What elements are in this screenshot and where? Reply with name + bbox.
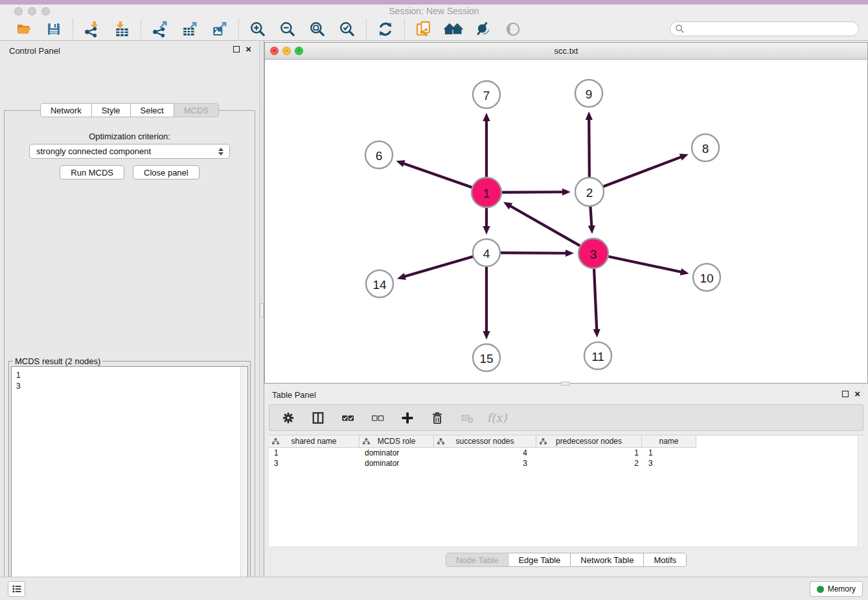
search-input[interactable] (670, 21, 859, 36)
table-row[interactable]: 1dominator411 (269, 448, 863, 458)
mcds-result-textarea[interactable]: 1 3 (11, 366, 248, 600)
graph-node-3[interactable]: 3 (578, 238, 608, 268)
refresh-button[interactable] (376, 19, 395, 39)
graph-edge-4-14[interactable] (404, 257, 474, 277)
graph-node-11[interactable]: 11 (584, 342, 611, 369)
clone-network-button[interactable] (414, 19, 433, 39)
network-window-titlebar[interactable]: × − + scc.txt (265, 43, 867, 60)
table-cell[interactable]: dominator (360, 458, 434, 468)
result-scrollbar[interactable] (240, 367, 247, 600)
close-panel-icon[interactable]: × (246, 46, 251, 52)
column-header-MCDS-role[interactable]: MCDS role (360, 435, 434, 448)
graph-node-1[interactable]: 1 (472, 178, 501, 207)
column-header-name[interactable]: name (642, 435, 696, 448)
tab-node-table[interactable]: Node Table (446, 553, 509, 567)
graph-edge-3-1[interactable] (510, 205, 581, 246)
table-settings-button[interactable] (280, 410, 297, 426)
column-header-predecessor-nodes[interactable]: predecessor nodes (536, 435, 642, 448)
delete-table-button[interactable] (459, 410, 475, 426)
zoom-in-button[interactable] (248, 19, 268, 39)
tab-select[interactable]: Select (131, 103, 174, 117)
minimize-window-button[interactable] (28, 7, 36, 16)
float-table-panel-icon[interactable] (842, 391, 849, 397)
network-canvas[interactable]: 7968124314101511 (265, 60, 867, 383)
column-header-shared-name[interactable]: shared name (269, 435, 360, 448)
open-file-button[interactable] (14, 19, 34, 39)
optimization-criterion-select[interactable]: strongly connected component (29, 144, 230, 159)
graph-node-8[interactable]: 8 (692, 134, 719, 161)
graph-node-2[interactable]: 2 (575, 178, 604, 206)
graph-node-7[interactable]: 7 (473, 81, 500, 108)
graph-edge-2-3[interactable] (590, 205, 591, 227)
graph-node-15[interactable]: 15 (473, 344, 500, 371)
delete-entry-button[interactable] (429, 410, 446, 426)
graph-node-10[interactable]: 10 (693, 264, 720, 291)
table-cell[interactable]: 3 (434, 458, 536, 468)
graph-edge-1-6[interactable] (403, 163, 473, 188)
table-cell[interactable]: 3 (642, 458, 696, 468)
tab-edge-table[interactable]: Edge Table (508, 553, 571, 567)
column-label: name (659, 437, 678, 446)
table-cell[interactable]: 1 (536, 448, 642, 458)
graph-edge-2-8[interactable] (602, 157, 682, 187)
tab-mcds[interactable]: MCDS (174, 103, 219, 117)
node-label: 11 (591, 350, 604, 363)
tab-network[interactable]: Network (40, 103, 92, 117)
import-network-button[interactable] (82, 19, 102, 39)
close-window-button[interactable] (14, 7, 23, 16)
table-cell[interactable]: 4 (434, 448, 536, 458)
toggle-columns-button[interactable] (310, 410, 326, 426)
maximize-network-button[interactable]: + (295, 47, 303, 55)
close-table-panel-icon[interactable]: × (854, 391, 860, 397)
vertical-splitter[interactable] (259, 41, 264, 577)
minimize-network-button[interactable]: − (282, 47, 291, 55)
first-neighbors-button[interactable] (444, 19, 463, 39)
splitter-grip[interactable] (260, 303, 264, 317)
graph-edge-3-10[interactable] (608, 257, 682, 272)
memory-button[interactable]: Memory (810, 581, 863, 597)
close-panel-button[interactable]: Close panel (133, 165, 200, 179)
table-cell[interactable]: 3 (269, 458, 360, 468)
close-network-button[interactable]: × (270, 47, 279, 55)
graph-edge-4-3[interactable] (499, 253, 567, 253)
zoom-fit-button[interactable] (308, 19, 327, 39)
table-cell[interactable]: dominator (360, 448, 434, 458)
table-row[interactable]: 3dominator323 (269, 458, 863, 468)
table-scrollbar[interactable] (858, 435, 863, 547)
table-cell[interactable]: 1 (642, 448, 696, 458)
graph-node-4[interactable]: 4 (473, 239, 500, 266)
tab-motifs[interactable]: Motifs (644, 553, 687, 567)
show-status-dialog-button[interactable] (8, 581, 25, 597)
control-tabs: NetworkStyleSelectMCDS (0, 103, 259, 117)
tab-network-table[interactable]: Network Table (571, 553, 644, 567)
column-header-successor-nodes[interactable]: successor nodes (434, 435, 536, 448)
table-cell[interactable]: 1 (269, 448, 360, 458)
edge-arrowhead (680, 268, 689, 275)
export-table-button[interactable] (180, 19, 200, 39)
eye-slash-icon (474, 21, 492, 38)
add-entry-button[interactable] (399, 410, 416, 426)
save-session-button[interactable] (44, 19, 63, 39)
select-all-button[interactable] (339, 410, 356, 426)
network-graph[interactable]: 7968124314101511 (265, 60, 867, 383)
graph-node-14[interactable]: 14 (366, 270, 393, 297)
tab-style[interactable]: Style (92, 103, 131, 117)
show-graphics-details-button[interactable] (474, 19, 493, 39)
zoom-window-button[interactable] (41, 7, 50, 16)
graph-edge-2-9[interactable] (589, 119, 589, 178)
table-cell[interactable]: 2 (536, 458, 642, 468)
run-mcds-button[interactable]: Run MCDS (60, 165, 124, 179)
zoom-out-button[interactable] (278, 19, 297, 39)
float-panel-icon[interactable] (233, 46, 240, 52)
deselect-all-button[interactable] (369, 410, 386, 426)
graph-node-6[interactable]: 6 (365, 141, 393, 168)
graph-node-9[interactable]: 9 (575, 80, 602, 107)
export-image-button[interactable] (210, 19, 229, 39)
zoom-selected-button[interactable] (337, 19, 357, 39)
import-table-button[interactable] (112, 19, 131, 39)
graph-edge-3-11[interactable] (594, 268, 597, 330)
export-network-button[interactable] (150, 19, 170, 39)
graph-edge-1-2[interactable] (501, 192, 564, 192)
function-builder-button[interactable]: f(x) (488, 410, 505, 426)
toggle-bird-view-button[interactable] (503, 19, 523, 39)
